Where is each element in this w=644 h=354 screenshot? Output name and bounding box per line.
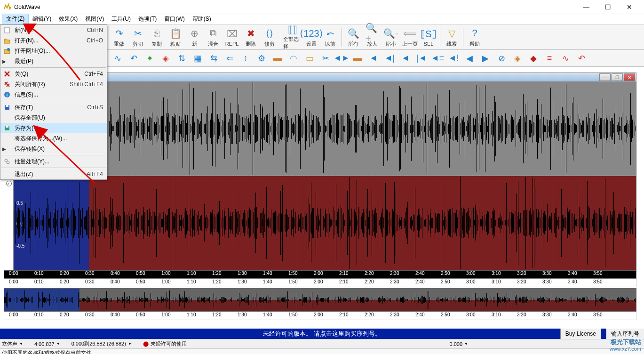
svg-text:i: i [7,92,8,97]
close-button[interactable]: ✕ [619,0,640,14]
status-position[interactable]: 0.000▼ [450,341,468,347]
effect-icon-23[interactable]: ▶ [479,52,492,65]
toolbar-zoomin-button[interactable]: 🔍+放大 [363,25,382,49]
status-range[interactable]: 0.000到26.882 (26.882)▼ [72,340,132,347]
effect-icon-14[interactable]: ◄► [335,52,348,65]
effect-icon-5[interactable]: ▦ [191,52,204,65]
toolbar-cue-button[interactable]: ▽线索 [442,25,461,49]
menu-edit[interactable]: 编辑(Y) [29,14,55,24]
toolbar-repl-button[interactable]: ⌧REPL [223,25,241,49]
effect-icon-19[interactable]: |◄ [415,52,428,65]
license-banner[interactable]: 未经许可的版本。 请点击这里购买序列号。 Buy License 输入序列号 [0,329,644,339]
menu-item-17[interactable]: 退出(Z)Alt+F4 [0,169,107,179]
effect-icon-29[interactable]: ↶ [575,52,588,65]
menu-item-15[interactable]: 批量处理(Y)... [0,156,107,167]
timeline-tick: 1:10 [187,312,196,317]
toolbar-selall-button[interactable]: ⟦⟧全部选择 [283,25,302,49]
waveform-timeline-dark[interactable]: 0:000:100:200:300:400:501:001:101:201:30… [4,270,636,279]
effect-icon-12[interactable]: ▭ [303,52,316,65]
menu-item-0[interactable]: 新(N)...Ctrl+N [0,25,107,35]
timeline-tick: 3:00 [466,271,475,276]
channel-right-checkbox[interactable]: ✓ [6,181,12,186]
minimize-button[interactable]: — [575,0,597,14]
effect-icon-28[interactable]: ∿ [559,52,572,65]
menu-effect[interactable]: 效果(X) [55,14,81,24]
effect-icon-7[interactable]: ⇐ [223,52,236,65]
effect-icon-25[interactable]: ◈ [511,52,524,65]
wave-minimize-button[interactable]: — [599,73,611,81]
timeline-tick: 3:20 [517,312,526,317]
wave-close-button[interactable]: ✕ [624,73,635,81]
waveform-channel-right[interactable]: 0.5 0.0 -0.5 [14,176,636,270]
effect-icon-27[interactable]: ≡ [543,52,556,65]
effect-icon-3[interactable]: ◈ [159,52,172,65]
toolbar-settings-button[interactable]: ⟨123⟩设置 [302,25,321,49]
menu-options[interactable]: 选项(T) [135,14,160,24]
toolbar-sel-button[interactable]: ⟦S⟧SEL [419,25,438,49]
toolbar-trim-button[interactable]: ⟨⟩修剪 [260,25,279,49]
menu-item-9[interactable]: 保存(T)Ctrl+S [0,102,107,113]
menu-tools[interactable]: 工具(U) [108,14,135,24]
effect-icon-18[interactable]: ◄ [399,52,412,65]
effect-icon-26[interactable]: ◆ [527,52,540,65]
effect-icon-13[interactable]: ✂ [319,52,332,65]
effect-icon-24[interactable]: ⊘ [495,52,508,65]
menu-item-label: 保存(T) [15,104,87,112]
toolbar-label: SEL [424,41,434,47]
toolbar-zoomout-button[interactable]: 🔍-缩小 [382,25,400,49]
menu-item-3[interactable]: 最近(P)▶ [0,56,107,66]
status-bar: 立体声▼ 4:00.837▼ 0.000到26.882 (26.882)▼ ⬤未… [0,339,644,348]
wave-maximize-button[interactable]: ☐ [612,73,623,81]
menu-item-6[interactable]: 关闭所有(R)Shift+Ctrl+F4 [0,79,107,89]
menu-view[interactable]: 视图(V) [81,14,108,24]
menu-item-13[interactable]: 保存转换(X)▶ [0,144,107,154]
menu-item-12[interactable]: 将选择保存为...(W)... [0,133,107,144]
effect-icon-17[interactable]: ◄| [383,52,396,65]
effect-icon-10[interactable]: ▬ [271,52,284,65]
effect-icon-22[interactable]: ◀ [463,52,476,65]
status-duration[interactable]: 4:00.837▼ [34,341,60,347]
effect-icon-21[interactable]: ◄! [447,52,460,65]
toolbar-prev-button[interactable]: ⤺以前 [321,25,340,49]
menu-item-5[interactable]: 关(Q)Ctrl+F4 [0,69,107,79]
toolbar-all-button[interactable]: 🔍所有 [344,25,363,49]
menu-window[interactable]: 窗口(W) [160,14,188,24]
effect-icon-1[interactable]: ↶ [127,52,140,65]
menu-item-2[interactable]: 打开网址(O)... [0,46,107,56]
effect-icon-0[interactable]: ∿ [111,52,124,65]
enter-serial-button[interactable]: 输入序列号 [606,329,644,339]
toolbar-copy-button[interactable]: ⎘复制 [147,25,166,49]
toolbar-redo-button[interactable]: ↷重做 [110,25,128,49]
waveform-overview[interactable] [4,288,636,312]
toolbar-paste-button[interactable]: 📋粘贴 [166,25,185,49]
effect-icon-8[interactable]: ↕ [239,52,252,65]
maximize-button[interactable]: ☐ [597,0,619,14]
menu-item-label: 打开(N)... [15,37,87,45]
effect-icon-16[interactable]: ◄ [367,52,380,65]
effect-icon-2[interactable]: ✦ [143,52,156,65]
overview-timeline[interactable]: 0:000:100:200:300:400:501:001:101:201:30… [4,312,636,320]
menu-file[interactable]: 文件(Z) [2,14,29,24]
effect-icon-20[interactable]: ◄= [431,52,444,65]
menu-item-1[interactable]: 打开(N)...Ctrl+O [0,35,107,46]
effect-icon-9[interactable]: ⚙ [255,52,268,65]
toolbar-prevpage-button[interactable]: ⟸上一页 [400,25,419,49]
toolbar-mix-button[interactable]: ⧉混合 [204,25,223,49]
effect-icon-4[interactable]: ⇅ [175,52,188,65]
effect-icon-6[interactable]: ⇆ [207,52,220,65]
effect-icon-15[interactable]: ▬ [351,52,364,65]
toolbar-cut-button[interactable]: ✂剪切 [128,25,147,49]
menu-help[interactable]: 帮助(S) [189,14,215,24]
menu-item-10[interactable]: 保存全部(U) [0,113,107,123]
menu-item-11[interactable]: 另存为(V)... [0,123,107,133]
timeline-tick: 2:20 [365,271,374,276]
waveform-timeline-light[interactable]: 0:000:100:200:300:400:501:001:101:201:30… [4,279,636,287]
buy-license-button[interactable]: Buy License [560,329,601,339]
toolbar-new-button[interactable]: ⊕新 [185,25,204,49]
menu-item-7[interactable]: i信息(S)... [0,89,107,100]
toolbar-delete-button[interactable]: ✖删除 [241,25,260,49]
effect-icon-11[interactable]: ◠ [287,52,300,65]
status-channels[interactable]: 立体声▼ [2,340,23,347]
toolbar-help-button[interactable]: ?帮助 [465,25,484,49]
timeline-tick: 2:40 [415,271,424,276]
